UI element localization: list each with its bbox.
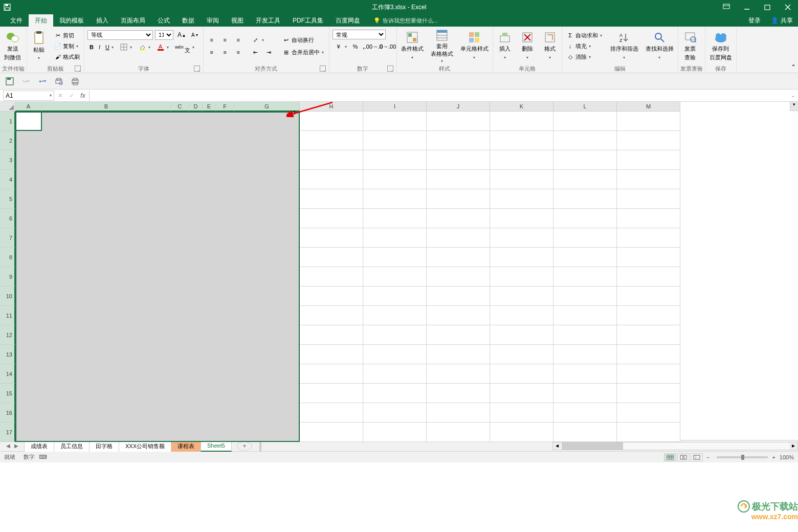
cell[interactable] bbox=[234, 170, 300, 189]
cell[interactable] bbox=[171, 403, 189, 423]
share-button[interactable]: 👤 共享 bbox=[766, 16, 798, 25]
select-all-button[interactable] bbox=[0, 102, 15, 112]
qat-save-icon[interactable] bbox=[4, 76, 15, 87]
row-header-2[interactable]: 2 bbox=[0, 131, 15, 150]
cell[interactable] bbox=[234, 364, 300, 384]
format-painter-button[interactable]: 🖌格式刷 bbox=[52, 52, 82, 62]
horizontal-scrollbar[interactable]: ◀ ▶ bbox=[552, 442, 798, 450]
cell[interactable] bbox=[490, 170, 553, 189]
collapse-ribbon-icon[interactable]: ⌃ bbox=[789, 27, 798, 73]
conditional-format-button[interactable]: 条件格式 bbox=[399, 30, 426, 62]
cell[interactable] bbox=[234, 306, 300, 325]
fx-icon[interactable]: fx bbox=[79, 92, 87, 100]
align-dialog-icon[interactable] bbox=[320, 65, 326, 72]
row-header-17[interactable]: 17 bbox=[0, 423, 15, 442]
cell[interactable] bbox=[216, 112, 234, 131]
cell[interactable] bbox=[203, 345, 216, 364]
cell[interactable] bbox=[189, 286, 203, 306]
align-middle-button[interactable]: ≡ bbox=[219, 35, 231, 45]
column-header-E[interactable]: E bbox=[203, 102, 216, 112]
tab-dev[interactable]: 开发工具 bbox=[250, 14, 286, 27]
orientation-button[interactable]: ⤢ bbox=[250, 35, 275, 45]
cell[interactable] bbox=[234, 325, 300, 345]
cell[interactable] bbox=[234, 403, 300, 423]
cell[interactable] bbox=[553, 170, 617, 189]
cell[interactable] bbox=[234, 286, 300, 306]
cell[interactable] bbox=[363, 131, 427, 150]
cell[interactable] bbox=[15, 267, 42, 286]
find-select-button[interactable]: 查找和选择 bbox=[644, 30, 676, 62]
align-bottom-button[interactable]: ≡ bbox=[232, 35, 245, 45]
cell[interactable] bbox=[216, 131, 234, 150]
cell[interactable] bbox=[216, 384, 234, 403]
cell[interactable] bbox=[553, 209, 617, 228]
cell[interactable] bbox=[427, 248, 490, 267]
column-header-M[interactable]: M bbox=[617, 102, 680, 112]
cell[interactable] bbox=[42, 423, 171, 442]
cell[interactable] bbox=[427, 286, 490, 306]
cell[interactable] bbox=[427, 131, 490, 150]
cell[interactable] bbox=[300, 403, 363, 423]
cell[interactable] bbox=[617, 364, 680, 384]
cell[interactable] bbox=[42, 267, 171, 286]
tell-me[interactable]: 告诉我您想要做什么... bbox=[383, 17, 438, 25]
cell[interactable] bbox=[189, 112, 203, 131]
cell[interactable] bbox=[216, 267, 234, 286]
row-header-16[interactable]: 16 bbox=[0, 403, 15, 423]
cell[interactable] bbox=[234, 267, 300, 286]
tab-insert[interactable]: 插入 bbox=[90, 14, 115, 27]
cell[interactable] bbox=[363, 384, 427, 403]
row-header-6[interactable]: 6 bbox=[0, 209, 15, 228]
column-header-C[interactable]: C bbox=[171, 102, 189, 112]
decrease-decimal-button[interactable]: .0→.00 bbox=[381, 41, 393, 52]
cell[interactable] bbox=[234, 228, 300, 248]
cell[interactable] bbox=[617, 112, 680, 131]
cell[interactable] bbox=[427, 150, 490, 170]
cell[interactable] bbox=[216, 150, 234, 170]
cell[interactable] bbox=[617, 286, 680, 306]
cell[interactable] bbox=[300, 112, 363, 131]
cell[interactable] bbox=[300, 248, 363, 267]
cell[interactable] bbox=[234, 150, 300, 170]
cell[interactable] bbox=[42, 325, 171, 345]
wrap-text-button[interactable]: ↩自动换行 bbox=[280, 35, 327, 45]
cell[interactable] bbox=[171, 325, 189, 345]
row-header-13[interactable]: 13 bbox=[0, 345, 15, 364]
cell[interactable] bbox=[300, 209, 363, 228]
name-box[interactable]: A1▾ bbox=[3, 91, 54, 101]
cell[interactable] bbox=[15, 228, 42, 248]
close-icon[interactable] bbox=[778, 0, 798, 14]
cell[interactable] bbox=[427, 306, 490, 325]
cell-styles-button[interactable]: 单元格样式 bbox=[458, 30, 491, 62]
cell[interactable] bbox=[171, 150, 189, 170]
merge-center-button[interactable]: ⊞合并后居中 bbox=[280, 47, 327, 57]
align-right-button[interactable]: ≡ bbox=[232, 47, 245, 57]
cell[interactable] bbox=[427, 189, 490, 209]
cell[interactable] bbox=[171, 170, 189, 189]
cell[interactable] bbox=[553, 345, 617, 364]
cell[interactable] bbox=[203, 403, 216, 423]
cell[interactable] bbox=[171, 364, 189, 384]
cell[interactable] bbox=[363, 170, 427, 189]
cell[interactable] bbox=[300, 228, 363, 248]
cell[interactable] bbox=[363, 286, 427, 306]
italic-button[interactable]: I bbox=[97, 42, 102, 52]
cell[interactable] bbox=[490, 325, 553, 345]
cell[interactable] bbox=[15, 423, 42, 442]
tab-file[interactable]: 文件 bbox=[4, 14, 29, 27]
copy-button[interactable]: 📄复制 bbox=[52, 41, 82, 51]
cell[interactable] bbox=[300, 150, 363, 170]
cell[interactable] bbox=[203, 112, 216, 131]
cell[interactable] bbox=[427, 325, 490, 345]
column-header-G[interactable]: G bbox=[234, 102, 300, 112]
cell[interactable] bbox=[363, 228, 427, 248]
cell[interactable] bbox=[203, 248, 216, 267]
save-icon[interactable] bbox=[2, 2, 12, 12]
column-header-I[interactable]: I bbox=[363, 102, 427, 112]
cell[interactable] bbox=[203, 384, 216, 403]
cell[interactable] bbox=[15, 131, 42, 150]
increase-indent-button[interactable]: ⇥ bbox=[263, 47, 275, 57]
column-header-B[interactable]: B bbox=[42, 102, 171, 112]
cell[interactable] bbox=[171, 228, 189, 248]
cell[interactable] bbox=[490, 403, 553, 423]
